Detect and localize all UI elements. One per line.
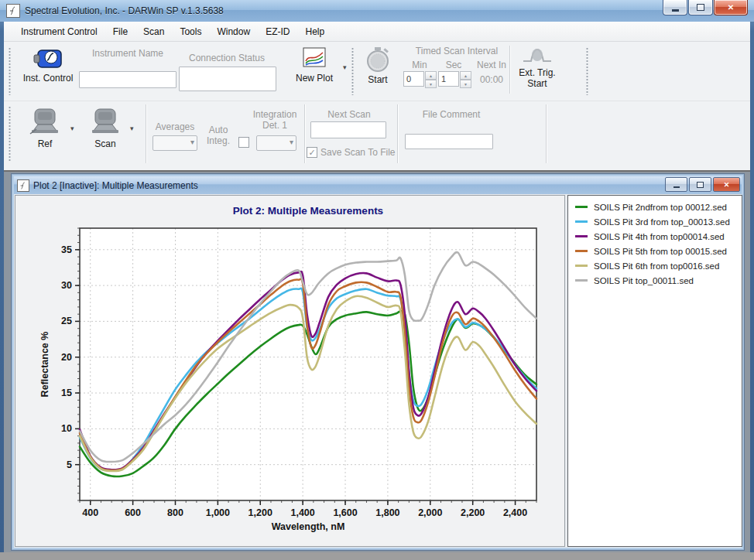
toolbar-grip[interactable] <box>586 47 588 95</box>
auto-integ-label-line1: Auto <box>200 125 236 135</box>
min-value[interactable]: 0 <box>403 71 424 87</box>
sec-label: Sec <box>439 60 468 70</box>
screen: Spectral Evolution, Inc. - DARWin SP v.1… <box>0 0 754 560</box>
window-controls: ✕ <box>662 0 748 15</box>
svg-text:800: 800 <box>167 507 183 518</box>
minimize-icon <box>673 186 680 188</box>
menu-item-help[interactable]: Help <box>297 22 332 41</box>
chart-panel: Plot 2: Multiple Measurements 4006008001… <box>15 195 565 547</box>
file-comment-field[interactable] <box>405 134 493 149</box>
legend-label: SOILS Pit 5th from top 00015.sed <box>594 247 727 256</box>
toolbar-separator <box>509 46 511 94</box>
save-scan-label[interactable]: Save Scan To File <box>320 147 406 158</box>
sec-value[interactable]: 1 <box>438 71 459 87</box>
app-icon <box>6 4 20 18</box>
svg-text:2,200: 2,200 <box>461 507 485 518</box>
instrument-control-button[interactable]: Inst. Control <box>15 73 81 84</box>
plot-restore-button[interactable] <box>689 177 711 192</box>
timed-start-icon[interactable] <box>364 46 392 77</box>
toolbar-grip[interactable] <box>9 106 11 162</box>
save-scan-checkbox[interactable]: ✓ <box>307 147 317 158</box>
instrument-name-field[interactable] <box>79 71 177 88</box>
timed-start-button[interactable]: Start <box>361 74 395 85</box>
integration-label: Integration Det. 1 <box>252 109 298 131</box>
sec-spinner-down-icon[interactable]: ▼ <box>460 80 471 88</box>
menu-item-window[interactable]: Window <box>209 22 258 41</box>
svg-text:2,000: 2,000 <box>418 507 442 518</box>
ref-icon[interactable] <box>27 108 63 140</box>
legend-item-3[interactable]: SOILS Pit 5th from top 00015.sed <box>575 244 742 258</box>
toolbar-grip[interactable] <box>351 47 354 95</box>
auto-integ-checkbox[interactable] <box>238 137 249 148</box>
min-spinner[interactable]: 0 ▲ ▼ <box>403 71 437 88</box>
restore-button[interactable] <box>688 0 713 15</box>
ref-dropdown-icon[interactable]: ▾ <box>70 125 74 132</box>
close-button[interactable]: ✕ <box>714 0 748 15</box>
legend-item-0[interactable]: SOILS Pit 2ndfrom top 00012.sed <box>575 200 742 214</box>
menu-item-scan[interactable]: Scan <box>135 22 172 41</box>
sec-spinner-up-icon[interactable]: ▲ <box>460 71 471 80</box>
min-label: Min <box>405 60 434 70</box>
next-scan-field[interactable] <box>310 121 386 138</box>
app-titlebar: Spectral Evolution, Inc. - DARWin SP v.1… <box>0 0 754 22</box>
app-title: Spectral Evolution, Inc. - DARWin SP v.1… <box>25 5 224 16</box>
scan-button[interactable]: Scan <box>88 138 122 149</box>
new-plot-icon[interactable] <box>303 47 326 70</box>
svg-text:30: 30 <box>61 280 72 291</box>
minimize-button[interactable] <box>663 0 687 15</box>
ext-trig-label-line1: Ext. Trig. <box>512 67 563 78</box>
min-spinner-up-icon[interactable]: ▲ <box>425 71 437 80</box>
plot-window: Plot 2 [Inactive]: Multiple Measurements… <box>11 173 745 551</box>
toolbar-grip[interactable] <box>9 47 11 95</box>
ext-trig-icon[interactable] <box>521 46 554 69</box>
menu-item-file[interactable]: File <box>105 22 135 41</box>
ext-trig-start-button[interactable]: Ext. Trig. Start <box>512 67 563 89</box>
legend-label: SOILS Pit 3rd from top_00013.sed <box>594 217 730 227</box>
integration-dropdown-icon: ▾ <box>290 138 293 146</box>
ext-trig-label-line2: Start <box>512 78 563 89</box>
ref-button[interactable]: Ref <box>28 138 62 149</box>
min-spinner-down-icon[interactable]: ▼ <box>425 80 437 88</box>
legend-label: SOILS Pit 2ndfrom top 00012.sed <box>594 203 727 212</box>
svg-text:10: 10 <box>61 423 72 434</box>
legend-panel: SOILS Pit 2ndfrom top 00012.sedSOILS Pit… <box>567 195 742 547</box>
legend-swatch-icon <box>575 235 588 237</box>
integration-combobox[interactable]: ▾ <box>256 135 296 151</box>
restore-icon <box>697 4 704 11</box>
averages-label: Averages <box>151 121 199 132</box>
scan-icon[interactable] <box>87 108 123 140</box>
averages-combobox[interactable]: ▾ <box>153 135 197 151</box>
plot-window-controls: ✕ <box>663 177 740 192</box>
toolbar-separator <box>304 104 306 163</box>
legend-item-2[interactable]: SOILS Pit 4th from top00014.sed <box>575 229 742 244</box>
new-plot-dropdown-icon[interactable]: ▾ <box>343 63 347 71</box>
integration-label-line1: Integration <box>252 109 298 120</box>
instrument-control-icon[interactable] <box>33 48 65 73</box>
svg-text:25: 25 <box>61 316 72 326</box>
plot-close-button[interactable]: ✕ <box>713 177 740 192</box>
svg-text:1,000: 1,000 <box>206 507 230 518</box>
new-plot-button[interactable]: New Plot <box>290 73 339 84</box>
legend-swatch-icon <box>575 279 588 282</box>
toolbar-row-1: Inst. Control Instrument Name Connection… <box>4 42 750 101</box>
sec-spinner[interactable]: 1 ▲ ▼ <box>438 71 471 88</box>
menu-item-ez-id[interactable]: EZ-ID <box>258 22 297 41</box>
scan-dropdown-icon[interactable]: ▾ <box>130 125 134 132</box>
svg-text:20: 20 <box>61 352 72 363</box>
y-axis-title: Reflectance % <box>39 332 50 398</box>
plot-window-titlebar[interactable]: Plot 2 [Inactive]: Multiple Measurements… <box>14 176 742 194</box>
instrument-name-label: Instrument Name <box>79 48 177 59</box>
toolbar-separator <box>546 104 547 163</box>
menu-item-instrument-control[interactable]: Instrument Control <box>13 22 105 41</box>
legend-item-1[interactable]: SOILS Pit 3rd from top_00013.sed <box>575 214 742 229</box>
menu-item-tools[interactable]: Tools <box>172 22 209 41</box>
next-scan-label: Next Scan <box>311 109 387 120</box>
plot-window-content: Plot 2: Multiple Measurements 4006008001… <box>14 194 742 548</box>
toolbar-separator <box>397 104 399 163</box>
legend-item-5[interactable]: SOILS Pit top_00011.sed <box>575 273 742 288</box>
integration-label-line2: Det. 1 <box>252 120 298 131</box>
plot-minimize-button[interactable] <box>665 177 687 192</box>
svg-text:2,400: 2,400 <box>503 507 527 518</box>
legend-item-4[interactable]: SOILS Pit 6th from top0016.sed <box>575 258 742 273</box>
legend-label: SOILS Pit top_00011.sed <box>594 276 694 285</box>
